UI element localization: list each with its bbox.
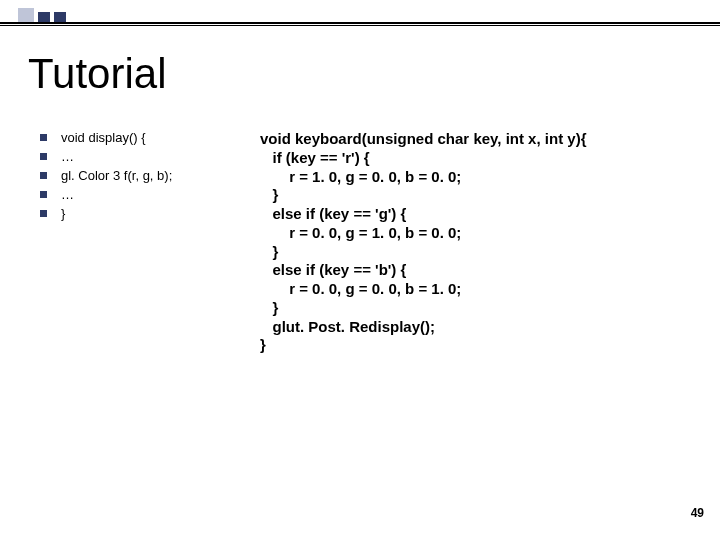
bullet-icon [40,210,47,217]
slide: Tutorial void display() { … gl. Color 3 … [0,0,720,540]
list-item: gl. Color 3 f(r, g, b); [40,168,260,183]
list-item-text: gl. Color 3 f(r, g, b); [61,168,172,183]
list-item: … [40,187,260,202]
code-line: if (key == 'r') { [260,149,700,168]
code-line: } [260,336,700,355]
list-item: … [40,149,260,164]
list-item: void display() { [40,130,260,145]
list-item: } [40,206,260,221]
code-line: else if (key == 'b') { [260,261,700,280]
divider [0,25,720,26]
code-line: r = 0. 0, g = 0. 0, b = 1. 0; [260,280,700,299]
code-line: else if (key == 'g') { [260,205,700,224]
code-line: r = 0. 0, g = 1. 0, b = 0. 0; [260,224,700,243]
list-item-text: } [61,206,65,221]
code-line: glut. Post. Redisplay(); [260,318,700,337]
code-line: } [260,186,700,205]
page-number: 49 [691,506,704,520]
slide-title: Tutorial [28,50,167,98]
slide-body: void display() { … gl. Color 3 f(r, g, b… [40,130,700,355]
bullet-icon [40,191,47,198]
list-item-text: void display() { [61,130,146,145]
code-line: void keyboard(unsigned char key, int x, … [260,130,700,149]
bullet-icon [40,134,47,141]
list-item-text: … [61,187,74,202]
left-column: void display() { … gl. Color 3 f(r, g, b… [40,130,260,225]
code-line: } [260,299,700,318]
bullet-icon [40,153,47,160]
list-item-text: … [61,149,74,164]
divider [0,22,720,24]
code-line: } [260,243,700,262]
code-line: r = 1. 0, g = 0. 0, b = 0. 0; [260,168,700,187]
right-code-block: void keyboard(unsigned char key, int x, … [260,130,700,355]
bullet-icon [40,172,47,179]
decorative-top-bar [0,0,720,26]
